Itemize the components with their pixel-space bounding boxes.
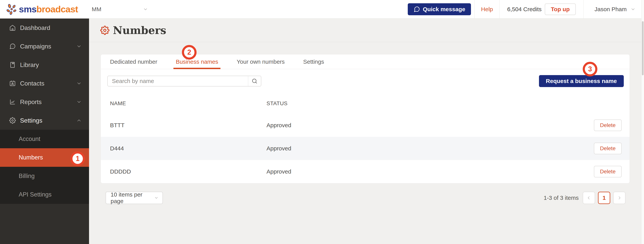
chevron-down-icon xyxy=(154,196,158,200)
content-card: Dedicated number Business names Your own… xyxy=(100,54,630,183)
pagination-controls: 1-3 of 3 items 1 xyxy=(544,192,630,204)
table-header-row: NAME STATUS xyxy=(101,93,630,114)
contacts-icon xyxy=(9,80,16,87)
sidebar-subitem-label: Numbers xyxy=(19,154,43,161)
tab-label: Settings xyxy=(303,58,324,65)
cell-name: D444 xyxy=(101,145,266,152)
page-1-button[interactable]: 1 xyxy=(598,192,610,204)
help-link[interactable]: Help xyxy=(474,6,499,13)
tab-settings[interactable]: Settings xyxy=(303,54,324,69)
cell-status: Approved xyxy=(266,122,584,129)
sidebar-item-label: Contacts xyxy=(20,80,44,87)
page-size-select[interactable]: 10 items per page xyxy=(106,192,163,204)
sidebar-item-settings[interactable]: Settings xyxy=(0,111,89,130)
home-icon xyxy=(9,25,16,31)
page-size-label: 10 items per page xyxy=(110,191,154,204)
quick-message-button[interactable]: Quick message xyxy=(408,3,471,15)
sidebar-item-contacts[interactable]: Contacts xyxy=(0,74,89,93)
tab-label: Business names xyxy=(176,58,218,65)
page-title: Numbers xyxy=(113,24,166,37)
table-row: BTTT Approved Delete xyxy=(101,114,630,137)
sidebar-item-label: Reports xyxy=(20,98,42,106)
toolbar: Request a business name xyxy=(101,69,630,93)
column-header-status: STATUS xyxy=(266,100,584,106)
search-box xyxy=(107,76,261,86)
search-button[interactable] xyxy=(248,76,261,86)
sidebar-item-label: Library xyxy=(20,61,39,69)
chevron-down-icon xyxy=(143,7,148,12)
chevron-down-icon xyxy=(76,99,82,105)
chevron-down-icon xyxy=(76,81,82,86)
top-bar: smsbroadcast MM Quick message Help 6,504… xyxy=(0,0,644,19)
search-input[interactable] xyxy=(108,76,248,86)
sidebar-subitem-account[interactable]: Account xyxy=(0,130,89,148)
account-selector[interactable]: MM xyxy=(92,6,148,13)
pagination-bar: 10 items per page 1-3 of 3 items 1 xyxy=(100,191,630,204)
quick-message-icon xyxy=(414,6,420,13)
user-name: Jason Pham xyxy=(594,6,627,13)
chat-bubble-icon xyxy=(9,43,16,50)
main-content: Numbers Dedicated number Business names … xyxy=(89,19,644,244)
table-row: D444 Approved Delete xyxy=(101,137,630,160)
top-up-button[interactable]: Top up xyxy=(545,4,576,15)
table-row: DDDDD Approved Delete xyxy=(101,160,630,183)
sidebar-item-label: Dashboard xyxy=(20,24,50,32)
sidebar-subitem-label: Account xyxy=(19,136,40,143)
next-page-button[interactable] xyxy=(613,192,626,204)
sidebar-item-library[interactable]: Library xyxy=(0,56,89,74)
tab-business-names[interactable]: Business names xyxy=(176,54,218,69)
delete-button[interactable]: Delete xyxy=(594,143,622,154)
business-names-table: NAME STATUS BTTT Approved Delete D444 Ap… xyxy=(101,93,630,183)
request-business-name-button[interactable]: Request a business name xyxy=(539,75,624,87)
sidebar-subitem-api-settings[interactable]: API Settings xyxy=(0,185,89,204)
app-logo[interactable]: smsbroadcast xyxy=(6,3,87,15)
logo-text-sms: sms xyxy=(19,4,36,15)
book-icon xyxy=(9,62,16,68)
sidebar-subitem-label: API Settings xyxy=(19,191,52,198)
cell-name: BTTT xyxy=(101,122,266,129)
chevron-left-icon xyxy=(586,195,592,200)
annotation-marker-3: 3 xyxy=(583,62,597,76)
credits-label: 6,504 Credits xyxy=(507,6,542,13)
sidebar-item-label: Campaigns xyxy=(20,43,51,50)
chevron-down-icon xyxy=(630,7,636,12)
logo-splat-icon xyxy=(6,3,18,15)
sidebar: Dashboard Campaigns Library Contacts Rep… xyxy=(0,19,89,244)
sidebar-item-reports[interactable]: Reports xyxy=(0,93,89,111)
annotation-marker-2: 2 xyxy=(182,45,196,60)
prev-page-button[interactable] xyxy=(583,192,595,204)
tab-your-own-numbers[interactable]: Your own numbers xyxy=(237,54,284,69)
tab-label: Dedicated number xyxy=(110,58,157,65)
tab-label: Your own numbers xyxy=(237,58,284,65)
settings-submenu: Account Numbers Billing API Settings xyxy=(0,130,89,204)
tab-bar: Dedicated number Business names Your own… xyxy=(101,54,630,69)
page-header: Numbers xyxy=(89,19,644,42)
cell-status: Approved xyxy=(266,168,584,175)
scrollbar-thumb[interactable] xyxy=(642,21,644,75)
cell-status: Approved xyxy=(266,145,584,152)
scrollbar[interactable] xyxy=(641,0,644,244)
account-selector-value: MM xyxy=(92,6,101,13)
delete-button[interactable]: Delete xyxy=(594,119,622,131)
tab-dedicated-number[interactable]: Dedicated number xyxy=(110,54,157,69)
cell-name: DDDDD xyxy=(101,168,266,175)
page-title-gear-icon xyxy=(100,26,110,35)
sidebar-subitem-label: Billing xyxy=(19,173,35,180)
sidebar-item-label: Settings xyxy=(20,117,42,124)
chart-icon xyxy=(9,99,16,105)
annotation-marker-1: 1 xyxy=(70,151,85,166)
sidebar-item-campaigns[interactable]: Campaigns xyxy=(0,37,89,56)
sidebar-item-dashboard[interactable]: Dashboard xyxy=(0,19,89,37)
column-header-name: NAME xyxy=(101,100,266,106)
topbar-divider xyxy=(499,0,500,19)
user-menu[interactable]: Jason Pham xyxy=(584,6,636,13)
quick-message-label: Quick message xyxy=(423,6,465,13)
search-icon xyxy=(252,78,258,84)
gear-icon xyxy=(9,117,16,124)
chevron-up-icon xyxy=(76,118,82,123)
chevron-right-icon xyxy=(617,195,622,200)
sidebar-subitem-billing[interactable]: Billing xyxy=(0,167,89,185)
pagination-range: 1-3 of 3 items xyxy=(544,195,579,201)
logo-text-broadcast: broadcast xyxy=(36,4,78,15)
delete-button[interactable]: Delete xyxy=(594,166,622,177)
